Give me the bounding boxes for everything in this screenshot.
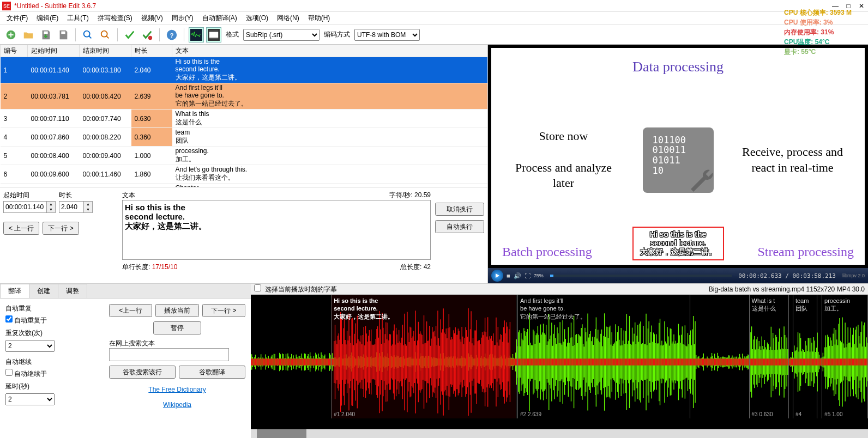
tab-translate[interactable]: 翻译 [0, 284, 29, 298]
autobreak-button[interactable]: 自动换行 [435, 220, 484, 233]
edit-panel: 起始时间 ▲▼ 时长 ▲▼ < 上一行 下一行 > 文本 字符/秒: 20.59 [0, 187, 487, 283]
tab-adjust[interactable]: 调整 [58, 284, 87, 298]
find-button[interactable] [80, 27, 95, 42]
menu-item[interactable]: 选项(O) [243, 13, 272, 24]
menu-item[interactable]: 工具(T) [64, 13, 92, 24]
svg-rect-11 [209, 30, 219, 32]
table-row[interactable]: 200:00:03.78100:00:06.4202.639And first … [1, 83, 487, 110]
next-line-button[interactable]: 下一行 > [43, 222, 79, 235]
menu-item[interactable]: 网络(N) [274, 13, 303, 24]
svg-rect-8 [190, 29, 202, 41]
delay-select[interactable]: 2 [5, 393, 55, 405]
col-text[interactable]: 文本 [172, 45, 487, 57]
duration-input[interactable]: ▲▼ [59, 201, 93, 213]
autorepeat-checkbox[interactable]: 自动重复于 [5, 317, 47, 324]
video-toggle-button[interactable] [206, 27, 221, 42]
table-row[interactable]: 300:00:07.11000:00:07.7400.630What is th… [1, 110, 487, 128]
video-left-text: Store nowProcess and analyze later [509, 129, 618, 191]
autorepeat-label: 自动重复 [5, 304, 98, 313]
col-end[interactable]: 结束时间 [80, 45, 131, 57]
search-web-label: 在网上搜索文本 [109, 339, 245, 348]
menu-item[interactable]: 帮助(H) [305, 13, 334, 24]
close-button[interactable]: ✕ [857, 2, 866, 10]
trans-next-button[interactable]: 下一行 > [202, 304, 245, 317]
video-panel: Data processing Store nowProcess and ana… [488, 45, 868, 283]
col-num[interactable]: 编号 [1, 45, 28, 57]
titlebar: SE *Untitled - Subtitle Edit 3.6.7 — □ ✕ [0, 0, 868, 12]
waveform-segment[interactable]: What is t 这是什么#3 0.630 [749, 295, 789, 418]
waveform-panel: 选择当前播放时刻的字幕 Big-data batch vs streaming.… [251, 284, 868, 438]
trans-prev-button[interactable]: <上一行 [109, 304, 152, 317]
prev-line-button[interactable]: < 上一行 [3, 222, 39, 235]
repeat-count-select[interactable]: 2 [5, 340, 55, 352]
search-web-input[interactable] [109, 348, 229, 361]
start-time-input[interactable]: ▲▼ [3, 201, 56, 213]
menu-item[interactable]: 同步(Y) [168, 13, 197, 24]
table-row[interactable]: 700:00:12.00000:00:13.0001.000Chapter.章节… [1, 184, 487, 188]
waveform-segment[interactable]: team 团队#4 [793, 295, 817, 418]
fix-button[interactable] [122, 27, 137, 42]
fullscreen-button[interactable]: ⛶ [525, 272, 531, 279]
progress-bar[interactable] [550, 275, 732, 277]
subtitle-overlay: Hi so this is the second lecture. 大家好，这是… [632, 227, 724, 260]
freedict-link[interactable]: The Free Dictionary [109, 383, 245, 396]
menu-item[interactable]: 编辑(E) [33, 13, 62, 24]
maximize-button[interactable]: □ [844, 2, 853, 10]
select-playback-checkbox[interactable]: 选择当前播放时刻的字幕 [254, 284, 337, 294]
saveas-button[interactable] [56, 27, 71, 42]
tab-create[interactable]: 创建 [29, 284, 58, 298]
line-length: 单行长度: 17/15/10 [122, 263, 177, 272]
waveform-segment[interactable]: And first legs it'll be have gone to. 它的… [517, 295, 690, 418]
menu-item[interactable]: 自动翻译(A) [199, 13, 240, 24]
wikipedia-link[interactable]: Wikipedia [109, 398, 245, 411]
repeat-count-label: 重复次数(次) [5, 328, 98, 338]
col-dur[interactable]: 时长 [131, 45, 172, 57]
video-frame[interactable]: Data processing Store nowProcess and ana… [491, 48, 865, 265]
trans-pause-button[interactable]: 暂停 [153, 321, 201, 334]
trans-play-button[interactable]: 播放当前 [155, 304, 198, 317]
cps-display: 字符/秒: 20.59 [389, 191, 431, 200]
subtitle-grid[interactable]: 编号 起始时间 结束时间 时长 文本 100:00:01.14000:00:03… [0, 45, 487, 187]
unbreak-button[interactable]: 取消换行 [435, 203, 484, 216]
menu-item[interactable]: 视频(V) [138, 13, 166, 24]
encoding-select[interactable]: UTF-8 with BOM [354, 29, 420, 41]
save-button[interactable] [38, 27, 53, 42]
format-label: 格式 [226, 30, 239, 39]
volume-icon[interactable]: 🔊 [514, 272, 521, 279]
open-button[interactable] [21, 27, 36, 42]
duration-label: 时长 [59, 191, 93, 200]
new-button[interactable] [3, 27, 19, 42]
table-row[interactable]: 500:00:08.40000:00:09.4001.000processing… [1, 147, 487, 165]
google-trans-button[interactable]: 谷歌翻译 [179, 366, 245, 379]
video-info: Big-data batch vs streaming.mp4 1152x720… [709, 285, 865, 293]
minimize-button[interactable]: — [831, 2, 840, 10]
play-button[interactable] [491, 270, 503, 282]
total-length: 总长度: 42 [400, 263, 431, 272]
waveform-toggle-button[interactable] [189, 27, 204, 42]
table-row[interactable]: 600:00:09.60000:00:11.4601.860And let's … [1, 165, 487, 184]
google-line-button[interactable]: 谷歌搜索该行 [109, 366, 176, 379]
menu-item[interactable]: 拼写检查(S) [94, 13, 136, 24]
format-select[interactable]: SubRip (.srt) [243, 29, 320, 41]
settings-button[interactable] [140, 27, 155, 42]
menu-item[interactable]: 文件(F) [3, 13, 31, 24]
waveform-scrollbar[interactable] [251, 429, 868, 438]
waveform-canvas[interactable]: Hi so this is the second lecture. 大家好，这是… [251, 295, 868, 429]
subtitle-textarea[interactable] [122, 200, 431, 260]
svg-rect-2 [61, 31, 65, 34]
replace-button[interactable] [98, 27, 113, 42]
translate-panel: 自动重复 自动重复于 重复次数(次) 2 自动继续 自动继续于 延时(秒) 2 … [0, 299, 251, 438]
svg-rect-12 [209, 38, 219, 39]
start-time-label: 起始时间 [3, 191, 56, 200]
stop-button[interactable]: ■ [507, 272, 510, 279]
waveform-segment[interactable]: processin 加工。#5 1.00 [822, 295, 868, 418]
help-button[interactable]: ? [164, 27, 179, 42]
table-row[interactable]: 100:00:01.14000:00:03.1802.040Hi so this… [1, 57, 487, 83]
autocontinue-checkbox[interactable]: 自动继续于 [5, 370, 47, 378]
svg-rect-10 [209, 32, 219, 38]
video-br: Stream processing [757, 245, 854, 259]
autocontinue-label: 自动继续 [5, 357, 98, 367]
table-row[interactable]: 400:00:07.86000:00:08.2200.360team团队 [1, 128, 487, 147]
waveform-segment[interactable]: Hi so this is the second lecture. 大家好，这是… [331, 295, 516, 418]
col-start[interactable]: 起始时间 [28, 45, 80, 57]
